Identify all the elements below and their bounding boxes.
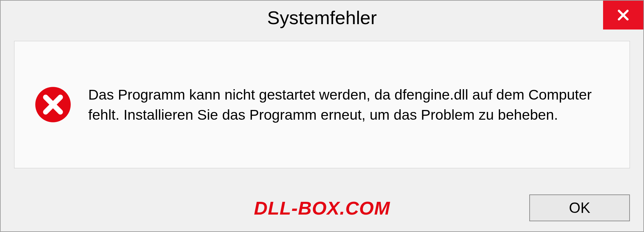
titlebar: Systemfehler (1, 1, 643, 34)
close-button[interactable] (603, 1, 643, 30)
ok-button[interactable]: OK (529, 194, 630, 221)
error-dialog: Systemfehler Das Programm kann nicht ges… (0, 0, 644, 232)
close-icon (616, 8, 631, 22)
error-message: Das Programm kann nicht gestartet werden… (88, 84, 609, 125)
error-icon (35, 86, 71, 123)
watermark-text: DLL-BOX.COM (254, 197, 390, 219)
dialog-content: Das Programm kann nicht gestartet werden… (14, 41, 630, 168)
dialog-title: Systemfehler (267, 7, 377, 28)
dialog-footer: DLL-BOX.COM OK (14, 194, 630, 221)
